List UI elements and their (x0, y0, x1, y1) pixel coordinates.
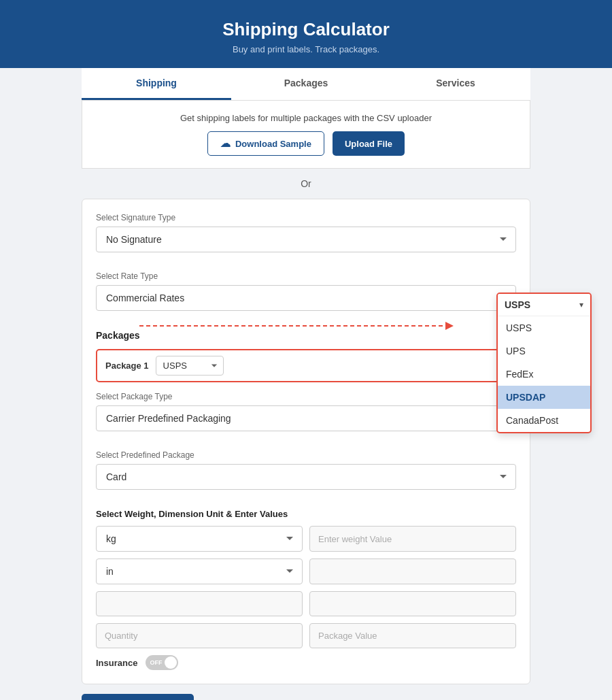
tab-shipping[interactable]: Shipping (82, 68, 231, 100)
packages-header: Packages (96, 330, 516, 341)
package-type-select[interactable]: Carrier Predefined Packaging (96, 405, 516, 431)
page-header: Shipping Calculator Buy and print labels… (0, 0, 612, 68)
dropdown-header: USPS ▾ (498, 294, 590, 316)
form-section: Select Signature Type No Signature Selec… (82, 199, 530, 684)
weight-unit-row: kg (96, 526, 516, 552)
insurance-row: Insurance OFF (96, 655, 516, 670)
dropdown-item-fedex[interactable]: FedEx (498, 363, 590, 386)
dim-unit-row: in 6 (96, 559, 516, 584)
download-sample-button[interactable]: ☁ Download Sample (207, 131, 324, 156)
main-content: Get shipping labels for multiple package… (82, 101, 530, 700)
dropdown-item-canadapost[interactable]: CanadaPost (498, 409, 590, 432)
insurance-label: Insurance (96, 658, 137, 668)
package-value-input[interactable] (309, 623, 516, 648)
package-type-label: Select Package Type (96, 392, 516, 401)
tabs-bar: Shipping Packages Services (82, 68, 530, 101)
add-new-package-button[interactable]: Add New Package (82, 694, 194, 700)
package-type-group: Select Package Type Carrier Predefined P… (96, 392, 516, 441)
tab-packages[interactable]: Packages (231, 68, 381, 100)
package-carrier-select[interactable]: USPS (156, 356, 224, 376)
quantity-value-row (96, 623, 516, 648)
package-row: Package 1 USPS 🗑 (96, 349, 516, 382)
page-subtitle: Buy and print labels. Track packages. (14, 44, 598, 54)
dropdown-current-value: USPS (505, 299, 530, 310)
signature-type-label: Select Signature Type (96, 213, 516, 222)
dim-value3-input[interactable]: 0.016 (309, 591, 516, 616)
carrier-dropdown-popup: USPS ▾ USPS UPS FedEx UPSDAP CanadaPost (496, 293, 592, 433)
csv-section-text: Get shipping labels for multiple package… (96, 113, 516, 123)
download-icon: ☁ (220, 137, 231, 150)
dim-values-row: 4.5 0.016 (96, 591, 516, 616)
or-divider: Or (82, 169, 530, 199)
weight-unit-select[interactable]: kg (96, 526, 303, 552)
dropdown-chevron-icon: ▾ (579, 300, 583, 310)
predefined-package-group: Select Predefined Package Card (96, 450, 516, 499)
rate-type-select[interactable]: Commercial Rates (96, 285, 516, 311)
dim-unit-select[interactable]: in (96, 559, 303, 584)
package-label: Package 1 (105, 361, 149, 371)
insurance-toggle[interactable]: OFF (146, 655, 178, 670)
dropdown-item-ups[interactable]: UPS (498, 339, 590, 363)
rate-type-group: Select Rate Type Commercial Rates (96, 271, 516, 320)
toggle-off-text: OFF (150, 659, 162, 666)
signature-type-select[interactable]: No Signature (96, 227, 516, 252)
predefined-package-select[interactable]: Card (96, 464, 516, 490)
page-title: Shipping Calculator (14, 19, 598, 40)
tab-services[interactable]: Services (381, 68, 530, 100)
signature-type-group: Select Signature Type No Signature (96, 213, 516, 262)
dropdown-item-usps[interactable]: USPS (498, 316, 590, 339)
quantity-input[interactable] (96, 623, 303, 648)
upload-file-button[interactable]: Upload File (333, 131, 405, 156)
dim-value2-input[interactable]: 4.5 (96, 591, 303, 616)
toggle-knob (165, 656, 177, 669)
dropdown-item-upsdap[interactable]: UPSDAP (498, 386, 590, 409)
predefined-package-label: Select Predefined Package (96, 450, 516, 460)
weight-value-input[interactable] (309, 526, 516, 552)
weight-dimension-label: Select Weight, Dimension Unit & Enter Va… (96, 509, 516, 519)
csv-section: Get shipping labels for multiple package… (82, 101, 530, 169)
dim-value1-input[interactable]: 6 (309, 559, 516, 584)
rate-type-label: Select Rate Type (96, 271, 516, 281)
csv-buttons: ☁ Download Sample Upload File (96, 131, 516, 156)
